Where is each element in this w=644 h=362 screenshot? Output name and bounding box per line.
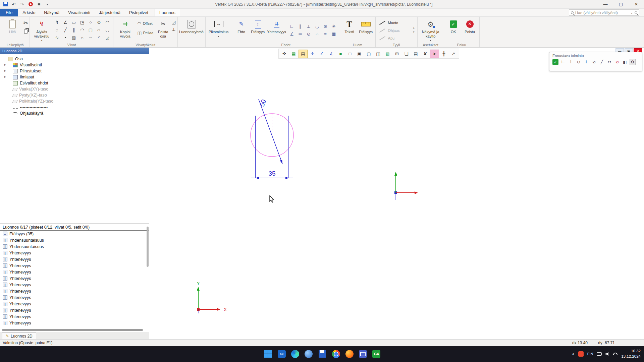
tab-jarjestelma[interactable]: Järjestelmä [95,9,125,16]
tab-nakyma[interactable]: Näkymä [40,9,64,16]
smart-chain-button[interactable]: ↯ Älykäs viivaketju ▾ [32,18,52,42]
tab-file[interactable]: File [0,9,18,16]
grid-lock-icon[interactable]: ▦ [330,30,338,38]
paste-button[interactable]: Liitä [2,18,22,42]
constraint-row[interactable]: ↔ Etäisyys (35) [0,231,149,237]
tangent-icon[interactable]: ◡ [313,22,321,30]
tray-expand-icon[interactable]: ∧ [572,352,575,356]
search-go-icon[interactable] [635,11,637,14]
copy-icon[interactable] [24,29,28,34]
snap-star-icon[interactable]: ✳ [330,22,338,30]
smart-chain-icon[interactable]: ↯ [53,18,61,26]
menu-list-icon[interactable]: ≡ [36,2,42,7]
tab-luonnos[interactable]: Luonnos [155,9,180,16]
distance-constraint-button[interactable]: ↕ Etäisyys [250,18,266,42]
circle-center-icon[interactable]: ⊙ [95,18,103,26]
language-indicator[interactable]: FIN [587,352,593,356]
vertex-g4-app-icon[interactable]: G4 [372,350,380,358]
drawing-canvas[interactable]: ✜▦▤✛∠∡■□▣▢◫▧⊞❏▤✘➤╋↗ — ▣ ✕ Ennustava toim… [149,48,644,339]
touch-keyboard-icon[interactable] [597,352,602,356]
constraint-row[interactable]: ∥ Yhtenevyys [0,307,149,313]
width-dimension-text[interactable]: 35 [268,170,275,177]
close-button[interactable]: ✕ [629,0,644,8]
constraint-row[interactable]: ∥ Yhdensuuntaisuus [0,237,149,243]
offset-button[interactable]: ◠ Offset [136,20,154,27]
right-angle-icon[interactable]: ∟ [288,22,296,30]
style-gallery-scroll[interactable]: ▴ ▾ [412,18,416,42]
quick-dimension-button[interactable]: ↔ Pikamitoitus ▾ [207,18,230,42]
start-button[interactable] [264,350,272,358]
rect-corner-icon[interactable]: ◳ [78,18,86,26]
constraint-row[interactable]: ∥ Yhtenevyys [0,250,149,256]
shape-style-button[interactable]: Muoto [377,19,411,26]
chevron-down-icon[interactable]: ⌄ [630,11,633,14]
polygon-icon[interactable]: ⌂ [78,34,86,42]
panel-header[interactable]: Luonnos 2D [0,48,149,54]
scroll-down-icon[interactable]: ▾ [413,31,415,34]
undo-icon[interactable]: ↶ [11,2,16,7]
view-settings-button[interactable]: ⚙ Näkymä ja käyttö ▾ [419,18,442,42]
tree-item[interactable]: Pysty(XZ)-taso [0,92,149,98]
tree-item[interactable]: Vaaka(XY)-taso [0,86,149,92]
mirror-button[interactable]: ◫ Peilaa [136,29,154,37]
cut-icon[interactable]: ✂ [23,20,28,26]
remove-part-button[interactable]: ✂ Poista osa [155,18,171,42]
tray-app-icon[interactable] [578,351,584,357]
vertical-scrollbar[interactable] [147,227,149,267]
freehand-icon[interactable]: ∽ [86,34,95,42]
fillet-icon[interactable]: ◜ [95,34,103,42]
constraint-row[interactable]: ∥ Yhtenevyys [0,269,149,275]
tab-luonnos-2d[interactable]: ✎ Luonnos 2D [2,333,36,339]
tree-item[interactable]: Ilmiasut [0,74,149,80]
mail-app-icon[interactable]: ✉ [278,350,286,358]
tangent-line-icon[interactable]: ◠ [78,26,86,34]
constraint-row[interactable]: ∥ Yhtenevyys [0,288,149,294]
perpendicular-icon[interactable]: ⊥ [305,22,313,30]
aux-style-button[interactable]: Apu [377,34,411,42]
parallel-icon[interactable]: ∥ [296,22,305,30]
exit-button[interactable]: ✕ Poistu [462,18,478,42]
maximize-button[interactable]: ▢ [613,0,629,8]
spline-icon[interactable]: ∿ [53,34,61,42]
tree-item[interactable]: Esivalitut ehdot [0,80,149,86]
tab-arkisto[interactable]: Arkisto [18,9,40,16]
save-icon[interactable] [3,2,8,7]
angle-line-icon[interactable]: ∠ [61,18,69,26]
tree-item[interactable]: -------------------- [0,104,149,110]
horizontal-scrollbar[interactable] [2,329,143,331]
minimize-button[interactable]: — [598,0,613,8]
rectangle-icon[interactable]: ▭ [69,18,78,26]
constraint-row[interactable]: ∥ Yhtenevyys [0,294,149,301]
constraint-row[interactable]: ∥ Yhtenevyys [0,275,149,282]
trim-icon[interactable]: ◿ [172,20,175,25]
record-icon[interactable] [28,2,33,7]
fix-icon[interactable]: ⊘ [321,22,330,30]
pattern-icon[interactable]: ∴ [313,30,321,38]
copy-lines-button[interactable]: ⇉ Kopioi viivoja [115,18,135,42]
scroll-up-icon[interactable]: ▴ [413,26,415,29]
angle-dimension-text[interactable]: 50 [258,99,267,108]
globe-app-icon[interactable] [305,350,313,358]
save-app-icon[interactable] [318,350,327,358]
tree-item[interactable]: Osa [0,56,149,62]
tree-item[interactable]: Ohjauskäyrä [0,110,149,116]
ellipse-icon[interactable]: ○ [93,26,105,34]
firefox-browser-icon[interactable] [345,350,354,358]
equal-icon[interactable]: ═ [296,30,305,38]
arc-icon[interactable]: ◠ [103,18,111,26]
line-icon[interactable]: ╱ [61,26,69,34]
tree-item[interactable]: Poikittais(YZ)-taso [0,98,149,104]
dimension-note-button[interactable]: Etäisyys [358,18,374,42]
tree-item[interactable]: Visualisointi [0,62,149,68]
chamfer-icon[interactable]: ◿ [103,34,111,42]
network-icon[interactable] [613,353,618,355]
constraint-row[interactable]: ∥ Yhdensuuntaisuus [0,243,149,250]
guide-style-button[interactable]: Ohjaus [377,26,411,34]
coincident-icon[interactable]: ≡ [321,30,330,38]
constraint-row[interactable]: ∥ Yhtenevyys [0,301,149,307]
constraint-row[interactable]: ∥ Yhtenevyys [0,282,149,288]
constraint-row[interactable]: ∥ Yhtenevyys [0,313,149,320]
clock[interactable]: 10.32 13.12.2024 [621,349,641,359]
parallel-lines-icon[interactable]: ∥ [69,26,78,34]
point-icon[interactable]: • [61,34,69,42]
